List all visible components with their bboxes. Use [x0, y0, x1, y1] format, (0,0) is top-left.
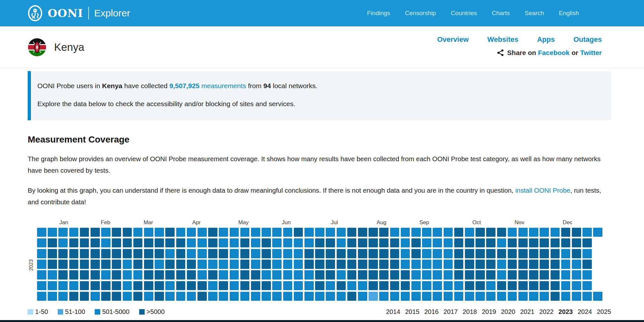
- heatmap-cell[interactable]: [444, 238, 453, 248]
- heatmap-cell[interactable]: [337, 260, 346, 269]
- heatmap-cell[interactable]: [358, 292, 367, 301]
- heatmap-cell[interactable]: [401, 281, 410, 290]
- heatmap-cell[interactable]: [187, 260, 196, 269]
- year-option-2018[interactable]: 2018: [463, 308, 477, 316]
- heatmap-cell[interactable]: [112, 270, 121, 280]
- heatmap-cell[interactable]: [69, 260, 79, 269]
- heatmap-cell[interactable]: [433, 260, 442, 269]
- heatmap-cell[interactable]: [197, 270, 207, 280]
- heatmap-cell[interactable]: [187, 249, 196, 258]
- heatmap-cell[interactable]: [529, 260, 538, 269]
- heatmap-cell[interactable]: [262, 270, 271, 280]
- heatmap-cell[interactable]: [219, 238, 228, 248]
- heatmap-cell[interactable]: [497, 292, 506, 301]
- heatmap-cell[interactable]: [123, 292, 132, 301]
- heatmap-cell[interactable]: [197, 260, 207, 269]
- heatmap-cell[interactable]: [304, 292, 314, 301]
- heatmap-cell[interactable]: [123, 228, 132, 237]
- heatmap-cell[interactable]: [486, 292, 495, 301]
- heatmap-cell[interactable]: [133, 238, 143, 248]
- heatmap-cell[interactable]: [411, 238, 421, 248]
- heatmap-cell[interactable]: [251, 270, 260, 280]
- heatmap-cell[interactable]: [337, 281, 346, 290]
- heatmap-cell[interactable]: [219, 281, 228, 290]
- heatmap-cell[interactable]: [58, 260, 68, 269]
- heatmap-cell[interactable]: [144, 260, 153, 269]
- heatmap-cell[interactable]: [197, 292, 207, 301]
- year-option-2023[interactable]: 2023: [559, 308, 573, 316]
- year-option-2019[interactable]: 2019: [482, 308, 496, 316]
- heatmap-cell[interactable]: [379, 281, 389, 290]
- heatmap-cell[interactable]: [304, 281, 314, 290]
- heatmap-cell[interactable]: [123, 249, 132, 258]
- heatmap-cell[interactable]: [379, 238, 389, 248]
- heatmap-cell[interactable]: [112, 260, 121, 269]
- heatmap-cell[interactable]: [294, 249, 303, 258]
- heatmap-cell[interactable]: [572, 281, 581, 290]
- heatmap-cell[interactable]: [422, 292, 431, 301]
- heatmap-cell[interactable]: [422, 281, 431, 290]
- heatmap-cell[interactable]: [444, 292, 453, 301]
- heatmap-cell[interactable]: [582, 292, 592, 301]
- heatmap-cell[interactable]: [69, 270, 79, 280]
- heatmap-cell[interactable]: [48, 260, 57, 269]
- heatmap-cell[interactable]: [518, 228, 528, 237]
- tab-overview[interactable]: Overview: [437, 35, 469, 44]
- heatmap-cell[interactable]: [155, 292, 164, 301]
- heatmap-cell[interactable]: [465, 281, 474, 290]
- heatmap-cell[interactable]: [197, 228, 207, 237]
- heatmap-cell[interactable]: [369, 270, 378, 280]
- heatmap-cell[interactable]: [551, 228, 560, 237]
- heatmap-cell[interactable]: [91, 228, 100, 237]
- heatmap-cell[interactable]: [433, 228, 442, 237]
- heatmap-cell[interactable]: [465, 270, 474, 280]
- heatmap-cell[interactable]: [165, 238, 175, 248]
- heatmap-cell[interactable]: [551, 249, 560, 258]
- heatmap-cell[interactable]: [230, 281, 239, 290]
- heatmap-cell[interactable]: [326, 292, 335, 301]
- heatmap-cell[interactable]: [347, 292, 357, 301]
- heatmap-cell[interactable]: [283, 249, 293, 258]
- heatmap-cell[interactable]: [465, 249, 474, 258]
- heatmap-cell[interactable]: [444, 228, 453, 237]
- heatmap-cell[interactable]: [272, 249, 282, 258]
- heatmap-cell[interactable]: [112, 238, 121, 248]
- heatmap-cell[interactable]: [551, 238, 560, 248]
- heatmap-cell[interactable]: [208, 249, 217, 258]
- heatmap-cell[interactable]: [486, 260, 495, 269]
- heatmap-cell[interactable]: [401, 292, 410, 301]
- heatmap-cell[interactable]: [230, 292, 239, 301]
- heatmap-cell[interactable]: [433, 281, 442, 290]
- heatmap-cell[interactable]: [411, 270, 421, 280]
- year-option-2021[interactable]: 2021: [520, 308, 535, 316]
- heatmap-cell[interactable]: [508, 281, 517, 290]
- heatmap-cell[interactable]: [69, 281, 79, 290]
- heatmap-cell[interactable]: [411, 249, 421, 258]
- heatmap-cell[interactable]: [315, 238, 324, 248]
- heatmap-cell[interactable]: [123, 281, 132, 290]
- heatmap-cell[interactable]: [390, 238, 399, 248]
- heatmap-cell[interactable]: [155, 238, 164, 248]
- heatmap-cell[interactable]: [347, 281, 357, 290]
- heatmap-cell[interactable]: [347, 260, 357, 269]
- heatmap-cell[interactable]: [529, 238, 538, 248]
- heatmap-cell[interactable]: [165, 270, 175, 280]
- heatmap-cell[interactable]: [101, 238, 111, 248]
- heatmap-cell[interactable]: [69, 249, 79, 258]
- heatmap-cell[interactable]: [315, 270, 324, 280]
- heatmap-cell[interactable]: [326, 238, 335, 248]
- heatmap-cell[interactable]: [379, 292, 389, 301]
- heatmap-cell[interactable]: [176, 249, 186, 258]
- topnav-item-charts[interactable]: Charts: [492, 10, 510, 17]
- heatmap-cell[interactable]: [283, 270, 293, 280]
- heatmap-cell[interactable]: [176, 270, 186, 280]
- heatmap-cell[interactable]: [80, 281, 89, 290]
- heatmap-cell[interactable]: [58, 292, 68, 301]
- topnav-item-countries[interactable]: Countries: [451, 10, 477, 17]
- heatmap-cell[interactable]: [37, 238, 46, 248]
- heatmap-cell[interactable]: [272, 270, 282, 280]
- heatmap-cell[interactable]: [561, 281, 571, 290]
- heatmap-cell[interactable]: [315, 249, 324, 258]
- heatmap-cell[interactable]: [48, 249, 57, 258]
- heatmap-cell[interactable]: [187, 228, 196, 237]
